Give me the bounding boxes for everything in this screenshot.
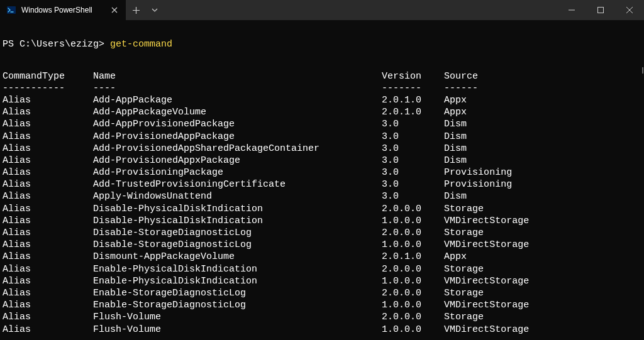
table-row: Alias Flush-Volume 2.0.0.0 Storage bbox=[3, 311, 641, 323]
table-row: Alias Flush-Volume 1.0.0.0 VMDirectStora… bbox=[3, 324, 641, 336]
close-window-button[interactable] bbox=[615, 0, 644, 20]
table-row: Alias Add-TrustedProvisioningCertificate… bbox=[3, 178, 641, 190]
titlebar: Windows PowerShell bbox=[0, 0, 644, 20]
table-row: Alias Add-ProvisionedAppxPackage 3.0 Dis… bbox=[3, 155, 641, 167]
table-row: Alias Disable-PhysicalDiskIndication 2.0… bbox=[3, 203, 641, 215]
prompt-prefix: PS C:\Users\ezizg> bbox=[3, 39, 110, 50]
svg-rect-3 bbox=[598, 8, 604, 13]
tab-title: Windows PowerShell bbox=[21, 6, 104, 14]
table-row: Alias Disable-StorageDiagnosticLog 1.0.0… bbox=[3, 239, 641, 251]
table-row: Alias Enable-PhysicalDiskIndication 1.0.… bbox=[3, 275, 641, 287]
tab-dropdown-button[interactable] bbox=[146, 0, 164, 20]
table-separator-row: ----------- ---- ------- ------ bbox=[3, 82, 641, 94]
active-tab[interactable]: Windows PowerShell bbox=[0, 0, 126, 20]
table-row: Alias Enable-PhysicalDiskIndication 2.0.… bbox=[3, 263, 641, 275]
table-row: Alias Add-ProvisioningPackage 3.0 Provis… bbox=[3, 167, 641, 178]
powershell-icon bbox=[6, 5, 16, 15]
prompt-line: PS C:\Users\ezizg> get-command bbox=[3, 38, 641, 50]
table-row: Alias Add-AppPackageVolume 2.0.1.0 Appx bbox=[3, 106, 641, 118]
command-output-table: CommandType Name Version Source---------… bbox=[3, 70, 641, 336]
table-row: Alias Dismount-AppPackageVolume 2.0.1.0 … bbox=[3, 251, 641, 263]
table-header-row: CommandType Name Version Source bbox=[3, 70, 641, 82]
table-row: Alias Disable-StorageDiagnosticLog 2.0.0… bbox=[3, 227, 641, 239]
table-row: Alias Add-AppPackage 2.0.1.0 Appx bbox=[3, 94, 641, 106]
scrollbar-thumb[interactable] bbox=[642, 67, 643, 74]
entered-command: get-command bbox=[110, 39, 172, 50]
maximize-button[interactable] bbox=[586, 0, 615, 20]
terminal-output[interactable]: PS C:\Users\ezizg> get-command CommandTy… bbox=[0, 20, 644, 340]
window-controls bbox=[557, 0, 644, 20]
tab-close-button[interactable] bbox=[109, 5, 119, 15]
table-row: Alias Enable-StorageDiagnosticLog 2.0.0.… bbox=[3, 287, 641, 299]
table-row: Alias Add-ProvisionedAppSharedPackageCon… bbox=[3, 143, 641, 155]
svg-rect-0 bbox=[7, 6, 16, 14]
table-row: Alias Enable-StorageDiagnosticLog 1.0.0.… bbox=[3, 299, 641, 311]
table-row: Alias Apply-WindowsUnattend 3.0 Dism bbox=[3, 190, 641, 202]
table-row: Alias Disable-PhysicalDiskIndication 1.0… bbox=[3, 215, 641, 227]
table-row: Alias Add-ProvisionedAppPackage 3.0 Dism bbox=[3, 131, 641, 143]
table-row: Alias Add-AppProvisionedPackage 3.0 Dism bbox=[3, 118, 641, 130]
minimize-button[interactable] bbox=[557, 0, 586, 20]
new-tab-button[interactable] bbox=[126, 0, 146, 20]
titlebar-drag-area[interactable] bbox=[164, 0, 557, 20]
